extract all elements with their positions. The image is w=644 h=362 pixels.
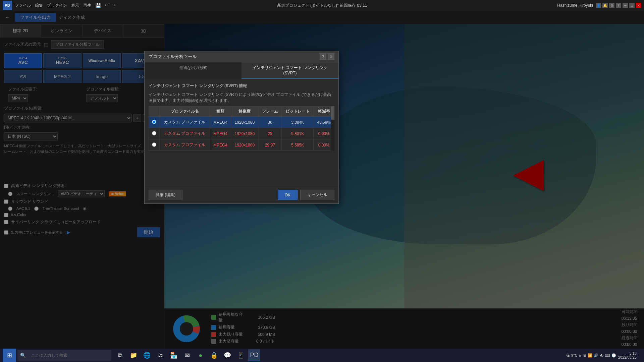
menu-view[interactable]: 表示 <box>71 3 79 8</box>
start-menu-button[interactable]: ⊞ <box>3 349 16 362</box>
type-cell: MPEG4 <box>210 139 231 151</box>
help-icon[interactable]: ? <box>616 3 621 8</box>
close-button[interactable]: ✕ <box>636 3 641 8</box>
table-header-row: プロファイル名 種類 解像度 フレーム ビットレート 軽減率 <box>149 107 334 117</box>
dialog-tab-svrt[interactable]: インテリジェント スマート レンダリング (SVRT) <box>241 62 338 79</box>
table-row[interactable]: カスタム プロファイル MPEG4 644x362 29.97 5,585K… <box>149 139 334 151</box>
menu-edit[interactable]: 編集 <box>35 3 43 8</box>
search-icon: 🔍 <box>20 353 26 358</box>
taskbar-app1-icon[interactable]: 📱 <box>235 349 247 361</box>
frame-cell: 25 <box>258 128 281 139</box>
ai-label: Ai <box>600 353 603 357</box>
title-bar: PD ファイル 編集 プラグイン 表示 再生 💾 ↩ ↪ 新規プロジェクト (タ… <box>0 0 644 11</box>
col-frame: フレーム <box>258 107 281 117</box>
profile-analysis-dialog: プロファイル分析ツール ? × 最適な出力形式 インテリジェント スマート レン… <box>144 51 339 204</box>
menu-play[interactable]: 再生 <box>83 3 91 8</box>
cancel-button[interactable]: キャンセル <box>300 190 334 200</box>
dialog-footer: 詳細 (編集) OK キャンセル <box>145 186 338 203</box>
datetime-display: 3:13 2022/03/25 <box>618 351 637 359</box>
dialog-tabs: 最適な出力形式 インテリジェント スマート レンダリング (SVRT) <box>145 62 338 79</box>
type-cell: MPEG4 <box>210 128 231 139</box>
col-bitrate: ビットレート <box>282 107 314 117</box>
network-icon: 🖥 <box>583 353 586 357</box>
temperature: 9℃ <box>571 353 577 358</box>
col-type: 種類 <box>210 107 231 117</box>
undo-icon[interactable]: ↩ <box>105 3 108 8</box>
taskbar-icons: ⧉ 📁 🌐 🗂 🏪 ✉ ● 🔒 💬 📱 PD <box>114 349 260 361</box>
resolution-cell: 644x362 <box>231 117 259 128</box>
taskbar: ⊞ 🔍 ⧉ 📁 🌐 🗂 🏪 ✉ ● 🔒 💬 📱 PD 🌤 9℃ ∧ 🖥 📶 🔊 … <box>0 349 644 362</box>
profile-name-cell: カスタム プロファイル <box>160 139 210 151</box>
window-title: 新規プロジェクト (タイトルなし)* 前回保存 03:11 <box>277 3 367 8</box>
keyboard-icon: ⌨ <box>605 353 610 358</box>
bitrate-cell: 3,884K <box>282 117 314 128</box>
dialog-content: インテリジェント スマート レンダリング (SVRT) 情報 インテリジェント … <box>145 79 338 186</box>
taskbar-store-icon[interactable]: 🏪 <box>168 349 180 361</box>
taskbar-edge-icon[interactable]: 🌐 <box>141 349 153 361</box>
username: Hashizume Hiroyuki <box>557 3 593 8</box>
resolution-cell: 644x362 <box>231 139 259 151</box>
profile-table-wrapper: プロファイル名 種類 解像度 フレーム ビットレート 軽減率 カスタム プロファ… <box>149 106 334 151</box>
system-tray: 🌤 9℃ ∧ 🖥 📶 🔊 Ai ⌨ 🕐 <box>566 353 616 358</box>
taskbar-vpn-icon[interactable]: 🔒 <box>208 349 220 361</box>
bell-icon[interactable]: 🔔 <box>602 3 608 8</box>
redo-icon[interactable]: ↪ <box>112 3 116 8</box>
dialog-close-button[interactable]: × <box>328 53 334 60</box>
table-scrollbar[interactable] <box>331 106 334 151</box>
profile-table: プロファイル名 種類 解像度 フレーム ビットレート 軽減率 カスタム プロファ… <box>149 106 334 151</box>
taskbar-messenger-icon[interactable]: 💬 <box>221 349 233 361</box>
dialog-help-button[interactable]: ? <box>320 53 326 60</box>
taskbar-chrome-icon[interactable]: ● <box>195 349 207 361</box>
taskbar-explorer-icon[interactable]: 📁 <box>127 349 140 361</box>
bitrate-cell: 5,801K <box>282 128 314 139</box>
taskbar-right: 🌤 9℃ ∧ 🖥 📶 🔊 Ai ⌨ 🕐 3:13 2022/03/25 <box>566 350 641 361</box>
save-icon[interactable]: 💾 <box>95 3 101 8</box>
restore-button[interactable]: □ <box>629 3 635 8</box>
dialog-info-text: インテリジェント スマート レンダリング (SVRT) により適切なビデオ プロ… <box>149 92 334 104</box>
dialog-controls: ? × <box>320 53 334 60</box>
dialog-info-title: インテリジェント スマート レンダリング (SVRT) 情報 <box>149 83 334 89</box>
wifi-icon: 📶 <box>588 353 592 358</box>
type-cell: MPEG4 <box>210 117 231 128</box>
clock-notification: 🕐 <box>611 353 616 358</box>
table-row[interactable]: カスタム プロファイル MPEG4 644x362 30 3,884K 43… <box>149 117 334 128</box>
notification-area[interactable] <box>639 350 641 361</box>
title-actions: Hashizume Hiroyuki 👤 🔔 ⚙ ? ─ □ ✕ <box>557 3 641 8</box>
window-controls: 👤 🔔 ⚙ ? ─ □ ✕ <box>596 3 641 8</box>
task-view-icon[interactable]: ⧉ <box>114 349 126 361</box>
frame-cell: 30 <box>258 117 281 128</box>
dialog-title: プロファイル分析ツール <box>149 54 197 60</box>
menu-file[interactable]: ファイル <box>15 3 31 8</box>
profile-name-cell: カスタム プロファイル <box>160 128 210 139</box>
dialog-overlay: プロファイル分析ツール ? × 最適な出力形式 インテリジェント スマート レン… <box>0 11 644 349</box>
taskbar-pd-icon[interactable]: PD <box>248 349 260 361</box>
user-icon[interactable]: 👤 <box>596 3 601 8</box>
date-display: 2022/03/25 <box>618 355 637 359</box>
col-resolution: 解像度 <box>231 107 259 117</box>
up-arrow-icon: ∧ <box>579 353 581 358</box>
col-profile-name: プロファイル名 <box>160 107 210 117</box>
ok-button[interactable]: OK <box>278 190 298 200</box>
search-input[interactable] <box>27 350 101 361</box>
dialog-tab-optimal[interactable]: 最適な出力形式 <box>145 62 241 79</box>
minimize-button[interactable]: ─ <box>623 3 628 8</box>
resolution-cell: 644x362 <box>231 128 259 139</box>
menu-plugin[interactable]: プラグイン <box>47 3 67 8</box>
radio-cell[interactable] <box>149 128 160 139</box>
volume-icon: 🔊 <box>594 353 598 358</box>
settings-icon[interactable]: ⚙ <box>609 3 614 8</box>
radio-cell[interactable] <box>149 139 160 151</box>
taskbar-mail-icon[interactable]: ✉ <box>181 349 193 361</box>
bitrate-cell: 5,585K <box>282 139 314 151</box>
time-display: 3:13 <box>618 351 637 355</box>
detail-edit-button[interactable]: 詳細 (編集) <box>149 190 182 200</box>
taskbar-folder-icon[interactable]: 🗂 <box>154 349 166 361</box>
scrollbar-thumb[interactable] <box>331 106 334 120</box>
weather-icon: 🌤 <box>566 353 570 357</box>
table-row[interactable]: カスタム プロファイル MPEG4 644x362 25 5,801K 0.… <box>149 128 334 139</box>
profile-name-cell: カスタム プロファイル <box>160 117 210 128</box>
radio-cell[interactable] <box>149 117 160 128</box>
app-logo: PD <box>3 1 12 10</box>
col-radio <box>149 107 160 117</box>
dialog-titlebar: プロファイル分析ツール ? × <box>145 51 338 62</box>
